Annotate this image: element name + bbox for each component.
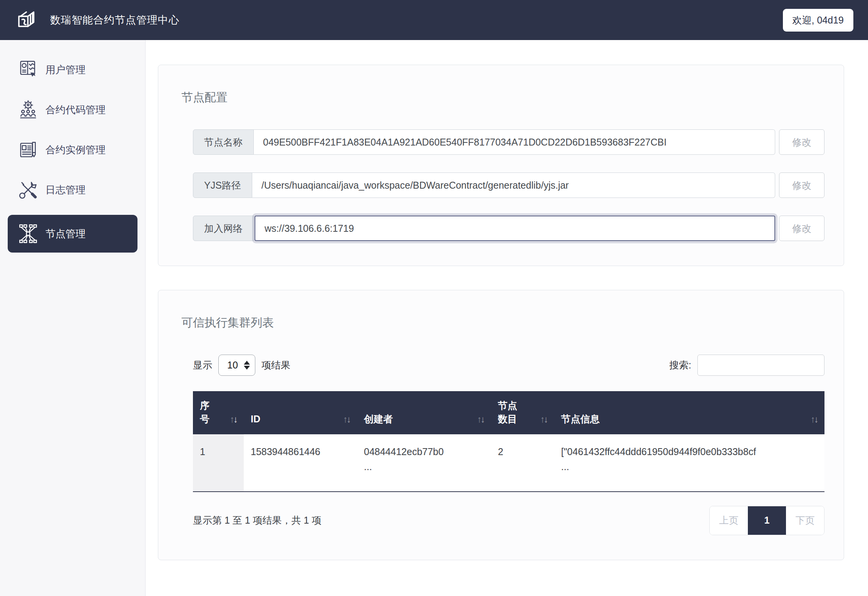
column-header-node-info[interactable]: 节点信息 (554, 391, 824, 434)
sort-icon (343, 413, 350, 426)
main-content: 节点配置 节点名称 修改 YJS路径 修改 加入网络 修改 (146, 40, 868, 596)
top-navbar: 数瑞智能合约节点管理中心 欢迎, 04d19 (0, 0, 868, 40)
sidebar-item-label: 节点管理 (45, 228, 85, 239)
sidebar-item-contract-instance-management[interactable]: 合约实例管理 (8, 135, 137, 165)
sidebar-item-label: 日志管理 (45, 184, 85, 196)
cell-node-count: 2 (491, 434, 554, 492)
cluster-table: 序号 ID 创建者 节点数目 节点信息 (193, 391, 824, 492)
yjs-path-label: YJS路径 (193, 172, 252, 198)
sidebar-item-log-management[interactable]: 日志管理 (8, 175, 137, 205)
sidebar-item-label: 用户管理 (45, 64, 85, 75)
node-config-card: 节点配置 节点名称 修改 YJS路径 修改 加入网络 修改 (158, 65, 844, 266)
cell-creator: 04844412ecb77b0 ... (357, 434, 491, 492)
sort-icon (540, 413, 547, 426)
column-header-id[interactable]: ID (244, 391, 357, 434)
sidebar: 用户管理 合约代码管理 (0, 40, 146, 596)
sidebar-item-node-management[interactable]: 节点管理 (8, 215, 137, 253)
page-length-select[interactable]: 10 (218, 355, 255, 376)
table-search-input[interactable] (697, 355, 824, 376)
crossed-tools-icon (17, 179, 39, 201)
node-config-title: 节点配置 (181, 90, 826, 105)
cluster-list-title: 可信执行集群列表 (181, 315, 826, 331)
modify-yjs-path-button[interactable]: 修改 (779, 172, 824, 198)
join-network-label: 加入网络 (193, 216, 254, 241)
sidebar-item-contract-code-management[interactable]: 合约代码管理 (8, 95, 137, 125)
table-row[interactable]: 1 1583944861446 04844412ecb77b0 ... 2 ["… (193, 434, 824, 492)
results-label: 项结果 (261, 359, 290, 372)
app-logo-icon (15, 7, 40, 33)
search-label: 搜索: (669, 359, 691, 372)
network-nodes-icon (17, 223, 39, 245)
pagination-prev-button[interactable]: 上页 (710, 506, 748, 535)
node-name-label: 节点名称 (193, 129, 254, 155)
select-spinner-icon (244, 361, 250, 370)
search-control: 搜索: (669, 355, 824, 376)
cluster-list-card: 可信执行集群列表 显示 10 项结果 搜索: (158, 290, 844, 560)
page-length-value: 10 (227, 360, 238, 371)
node-name-row: 节点名称 修改 (193, 129, 824, 155)
column-header-creator[interactable]: 创建者 (357, 391, 491, 434)
column-header-index[interactable]: 序号 (193, 391, 244, 434)
column-header-node-count[interactable]: 节点数目 (491, 391, 554, 434)
gear-people-icon (17, 99, 39, 121)
ledger-chart-icon (17, 59, 39, 81)
cell-index: 1 (193, 434, 244, 492)
sidebar-item-user-management[interactable]: 用户管理 (8, 55, 137, 85)
sort-icon (230, 413, 237, 426)
sort-icon (811, 413, 818, 426)
pagination-page-1-button[interactable]: 1 (748, 506, 786, 535)
yjs-path-row: YJS路径 修改 (193, 172, 824, 198)
document-pen-icon (17, 139, 39, 161)
app-title: 数瑞智能合约节点管理中心 (50, 13, 179, 27)
sidebar-item-label: 合约代码管理 (45, 104, 106, 116)
pagination-next-button[interactable]: 下页 (786, 506, 824, 535)
join-network-row: 加入网络 修改 (193, 216, 824, 241)
modify-node-name-button[interactable]: 修改 (779, 129, 824, 155)
cell-node-info: ["0461432ffc44ddd61950d944f9f0e0b333b8cf… (554, 434, 824, 492)
join-network-input[interactable] (255, 216, 775, 241)
sidebar-item-label: 合约实例管理 (45, 144, 106, 156)
show-label: 显示 (193, 359, 212, 372)
modify-join-network-button[interactable]: 修改 (779, 216, 824, 241)
welcome-user-button[interactable]: 欢迎, 04d19 (783, 9, 853, 32)
sort-icon (477, 413, 484, 426)
node-name-input[interactable] (254, 129, 775, 155)
page-length-control: 显示 10 项结果 (193, 355, 290, 376)
cell-id: 1583944861446 (244, 434, 357, 492)
table-info-text: 显示第 1 至 1 项结果，共 1 项 (193, 514, 321, 527)
yjs-path-input[interactable] (252, 172, 775, 198)
pagination: 上页 1 下页 (709, 506, 824, 535)
